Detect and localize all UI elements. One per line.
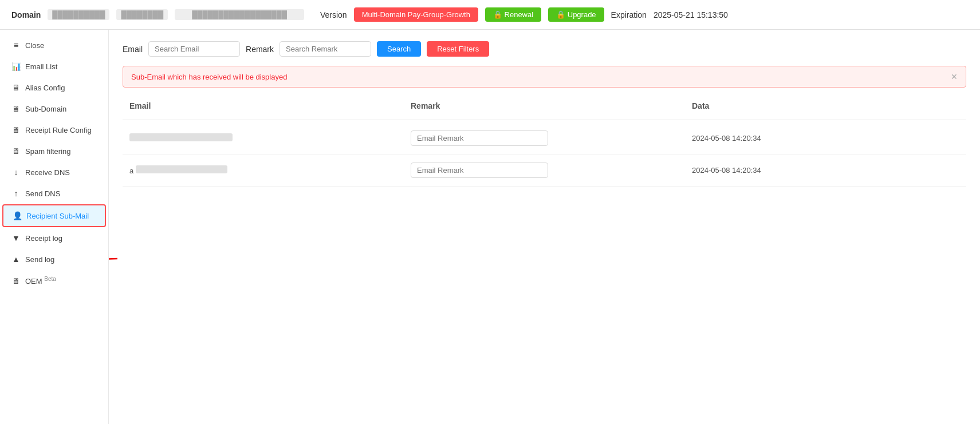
sidebar-item-label: Send log (25, 255, 54, 264)
reset-filters-button[interactable]: Reset Filters (427, 41, 489, 57)
email-cell-1 (123, 130, 404, 146)
sidebar-item-label: Receipt Rule Config (25, 126, 92, 134)
remark-cell-2[interactable] (404, 159, 685, 181)
annotation-arrow (109, 253, 123, 299)
search-button[interactable]: Search (377, 41, 421, 57)
monitor-icon-4: 🖥 (11, 146, 21, 156)
monitor-icon-3: 🖥 (11, 125, 21, 134)
date-cell-2: 2024-05-08 14:20:34 (685, 163, 966, 178)
top-bar: Domain ██████████ ████████ █████████████… (0, 0, 980, 30)
arrow-down-icon: ↓ (11, 168, 21, 177)
sidebar-item-close[interactable]: ≡ Close (2, 35, 106, 56)
column-email: Email (123, 97, 404, 115)
column-remark: Remark (404, 97, 685, 115)
domain-value-2: ████████ (116, 9, 168, 20)
close-banner-icon[interactable]: ✕ (951, 72, 958, 81)
sidebar-item-send-dns[interactable]: ↑ Send DNS (2, 183, 106, 204)
renewal-button[interactable]: 🔒 Renewal (485, 7, 541, 22)
version-label: Version (320, 10, 347, 19)
sidebar-item-alias-config[interactable]: 🖥 Alias Config (2, 77, 106, 98)
remark-input-1[interactable] (411, 130, 548, 146)
remark-filter-label: Remark (246, 45, 274, 54)
version-button[interactable]: Multi-Domain Pay-Group-Growth (354, 7, 478, 22)
sidebar-item-receipt-rule-config[interactable]: 🖥 Receipt Rule Config (2, 120, 106, 140)
user-icon: 👤 (13, 211, 22, 220)
info-banner-text: Sub-Email which has received will be dis… (131, 73, 287, 81)
email-filter-label: Email (123, 45, 143, 54)
sidebar-item-email-list[interactable]: 📊 Email List (2, 56, 106, 77)
sidebar: ≡ Close 📊 Email List 🖥 Alias Config 🖥 Su… (0, 30, 109, 424)
sidebar-item-label: OEM Beta (25, 276, 56, 286)
sidebar-item-label: Close (25, 41, 44, 50)
sidebar-item-label: Receive DNS (25, 168, 70, 177)
blurred-email-2 (136, 165, 227, 173)
sidebar-item-label: Sub-Domain (25, 105, 66, 113)
sidebar-item-receipt-log[interactable]: ▼ Receipt log (2, 228, 106, 248)
monitor-icon-5: 🖥 (11, 276, 21, 286)
sidebar-item-label: Spam filtering (25, 147, 70, 156)
monitor-icon: 🖥 (11, 83, 21, 92)
data-table: Email Remark Data 2024-05-08 14:20:34 (123, 97, 966, 187)
domain-value-3: ██████████████████ (175, 9, 304, 20)
remark-search-input[interactable] (280, 41, 371, 57)
sidebar-item-sub-domain[interactable]: 🖥 Sub-Domain (2, 98, 106, 119)
arrow-up-icon: ↑ (11, 189, 21, 198)
date-value-1: 2024-05-08 14:20:34 (692, 134, 761, 142)
sidebar-item-label: Email List (25, 62, 57, 71)
table-row: a 2024-05-08 14:20:34 (123, 154, 966, 187)
upgrade-button[interactable]: 🔒 Upgrade (548, 7, 604, 22)
sidebar-item-label: Recipient Sub-Mail (26, 212, 89, 220)
date-cell-1: 2024-05-08 14:20:34 (685, 130, 966, 146)
filter-bar: Email Remark Search Reset Filters (123, 41, 966, 57)
sidebar-item-label: Send DNS (25, 189, 60, 198)
expiration-value: 2025-05-21 15:13:50 (654, 10, 728, 19)
table-header: Email Remark Data (123, 97, 966, 120)
email-cell-2: a (123, 162, 404, 179)
chevron-up-icon: ▲ (11, 255, 21, 264)
email-prefix-2: a (129, 167, 133, 175)
sidebar-item-oem[interactable]: 🖥 OEM Beta (2, 270, 106, 291)
chart-icon: 📊 (11, 62, 21, 71)
column-data: Data (685, 97, 966, 115)
chevron-down-icon: ▼ (11, 233, 21, 243)
content-area: Email Remark Search Reset Filters Sub-Em… (109, 30, 980, 424)
domain-label: Domain (11, 10, 41, 19)
remark-input-2[interactable] (411, 163, 548, 178)
sidebar-item-label: Receipt log (25, 234, 62, 243)
sidebar-item-label: Alias Config (25, 84, 65, 92)
sidebar-item-spam-filtering[interactable]: 🖥 Spam filtering (2, 141, 106, 161)
email-search-input[interactable] (148, 41, 240, 57)
info-banner: Sub-Email which has received will be dis… (123, 66, 966, 88)
monitor-icon-2: 🖥 (11, 104, 21, 113)
date-value-2: 2024-05-08 14:20:34 (692, 166, 761, 175)
sidebar-item-receive-dns[interactable]: ↓ Receive DNS (2, 162, 106, 183)
blurred-email-1 (129, 133, 233, 141)
hamburger-icon: ≡ (11, 41, 21, 50)
expiration-label: Expiration (611, 10, 647, 19)
sidebar-item-recipient-sub-mail[interactable]: 👤 Recipient Sub-Mail (2, 204, 106, 227)
domain-value-1: ██████████ (48, 9, 109, 20)
main-layout: ≡ Close 📊 Email List 🖥 Alias Config 🖥 Su… (0, 30, 980, 424)
sidebar-item-send-log[interactable]: ▲ Send log (2, 249, 106, 270)
remark-cell-1[interactable] (404, 127, 685, 149)
table-row: 2024-05-08 14:20:34 (123, 122, 966, 154)
